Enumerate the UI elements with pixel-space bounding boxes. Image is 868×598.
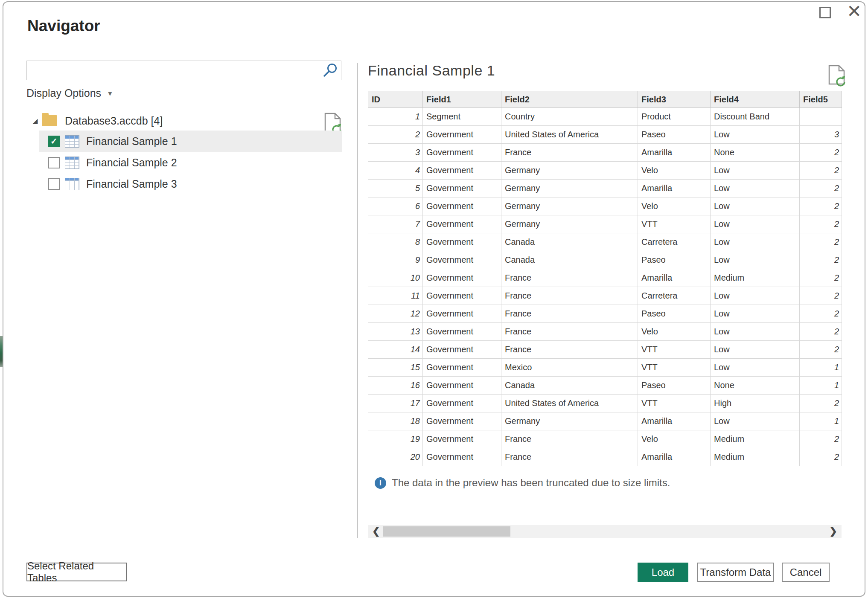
tree-root-label: Database3.accdb [4] xyxy=(65,115,163,127)
scroll-right-icon[interactable]: ❯ xyxy=(830,525,837,538)
table-cell: 17 xyxy=(368,395,423,412)
table-cell: France xyxy=(501,448,638,466)
table-cell: Low xyxy=(711,359,800,377)
table-cell: Low xyxy=(711,287,800,305)
table-cell: Low xyxy=(711,162,800,180)
table-cell: France xyxy=(501,323,638,341)
table-cell: Low xyxy=(711,126,800,144)
table-cell: Medium xyxy=(711,448,800,466)
table-cell: Mexico xyxy=(501,359,638,377)
refresh-table-icon[interactable] xyxy=(827,65,847,87)
table-cell: Discount Band xyxy=(711,108,800,126)
display-options-dropdown[interactable]: Display Options ▾ xyxy=(26,87,112,99)
tree-root-database[interactable]: ◢ Database3.accdb [4] xyxy=(32,111,163,131)
table-cell: Low xyxy=(711,251,800,269)
table-cell: Government xyxy=(423,126,501,144)
load-button[interactable]: Load xyxy=(638,563,688,582)
table-cell: Medium xyxy=(711,269,800,287)
table-cell: 1 xyxy=(800,359,842,377)
table-cell: VTT xyxy=(638,359,711,377)
table-cell: 13 xyxy=(368,323,423,341)
table-icon xyxy=(65,157,79,169)
search-input[interactable] xyxy=(27,61,341,80)
table-row: 6GovernmentGermanyVeloLow2 xyxy=(368,197,842,215)
table-cell: Government xyxy=(423,377,501,395)
tree-item-checkbox[interactable] xyxy=(48,178,60,190)
column-header: Field4 xyxy=(711,91,800,108)
tree-items: ✓Financial Sample 1Financial Sample 2Fin… xyxy=(39,131,342,194)
table-cell: Germany xyxy=(501,197,638,215)
table-cell: 6 xyxy=(368,197,423,215)
table-cell: 11 xyxy=(368,287,423,305)
truncation-notice: i The data in the preview has been trunc… xyxy=(375,477,670,489)
search-box xyxy=(26,61,341,80)
close-icon[interactable]: ✕ xyxy=(847,2,862,21)
table-cell: Government xyxy=(423,341,501,359)
table-cell: 2 xyxy=(368,126,423,144)
table-cell: Carretera xyxy=(638,287,711,305)
tree-item-checkbox[interactable]: ✓ xyxy=(48,136,60,147)
select-related-tables-button[interactable]: Select Related Tables xyxy=(26,563,127,581)
table-cell: Government xyxy=(423,251,501,269)
truncation-notice-text: The data in the preview has been truncat… xyxy=(392,477,670,489)
table-row: 7GovernmentGermanyVTTLow2 xyxy=(368,215,842,233)
table-cell: Country xyxy=(501,108,638,126)
table-row: 10GovernmentFranceAmarillaMedium2 xyxy=(368,269,842,287)
table-cell: Government xyxy=(423,305,501,323)
table-cell: 2 xyxy=(800,448,842,466)
tree-item-label: Financial Sample 2 xyxy=(86,157,177,169)
table-cell: VTT xyxy=(638,395,711,412)
table-cell: Amarilla xyxy=(638,412,711,430)
cancel-button[interactable]: Cancel xyxy=(782,563,830,582)
table-cell: Medium xyxy=(711,430,800,448)
tree-item[interactable]: Financial Sample 3 xyxy=(39,173,342,194)
table-cell: Government xyxy=(423,162,501,180)
table-cell: 14 xyxy=(368,341,423,359)
table-cell: Government xyxy=(423,323,501,341)
table-cell: 19 xyxy=(368,430,423,448)
table-cell: 2 xyxy=(800,323,842,341)
table-cell: Government xyxy=(423,269,501,287)
table-cell: Paseo xyxy=(638,126,711,144)
table-cell: Germany xyxy=(501,162,638,180)
column-header: Field5 xyxy=(800,91,842,108)
scroll-left-icon[interactable]: ❮ xyxy=(372,525,380,538)
table-cell: Amarilla xyxy=(638,269,711,287)
table-cell: 2 xyxy=(800,430,842,448)
table-cell: Amarilla xyxy=(638,448,711,466)
tree-item[interactable]: ✓Financial Sample 1 xyxy=(39,131,342,152)
table-cell: Velo xyxy=(638,197,711,215)
column-header: Field3 xyxy=(638,91,711,108)
table-cell: Paseo xyxy=(638,305,711,323)
table-cell: Amarilla xyxy=(638,180,711,197)
maximize-icon[interactable] xyxy=(819,7,831,18)
panel-divider xyxy=(357,63,358,538)
table-cell: 1 xyxy=(800,377,842,395)
transform-data-button[interactable]: Transform Data xyxy=(697,563,774,582)
search-icon[interactable] xyxy=(320,62,339,78)
table-row: 16GovernmentCanadaPaseoNone1 xyxy=(368,377,842,395)
table-row: 4GovernmentGermanyVeloLow2 xyxy=(368,162,842,180)
table-cell: 2 xyxy=(800,233,842,251)
chevron-down-icon: ▾ xyxy=(108,88,112,98)
table-cell: Low xyxy=(711,180,800,197)
table-cell: France xyxy=(501,144,638,162)
horizontal-scrollbar[interactable]: ❮ ❯ xyxy=(368,525,842,538)
table-cell: Government xyxy=(423,180,501,197)
table-cell: Government xyxy=(423,430,501,448)
table-cell: Germany xyxy=(501,215,638,233)
table-cell: Canada xyxy=(501,233,638,251)
table-cell: VTT xyxy=(638,215,711,233)
table-cell: Government xyxy=(423,233,501,251)
dialog-title: Navigator xyxy=(27,17,100,35)
tree-item-checkbox[interactable] xyxy=(48,157,60,168)
table-cell: 2 xyxy=(800,215,842,233)
table-cell xyxy=(800,108,842,126)
table-cell: 9 xyxy=(368,251,423,269)
table-row: 13GovernmentFranceVeloLow2 xyxy=(368,323,842,341)
scrollbar-thumb[interactable] xyxy=(383,526,510,537)
tree-item[interactable]: Financial Sample 2 xyxy=(39,152,342,173)
expand-triangle-icon[interactable]: ◢ xyxy=(32,117,42,125)
table-cell: Low xyxy=(711,197,800,215)
table-cell: 2 xyxy=(800,144,842,162)
